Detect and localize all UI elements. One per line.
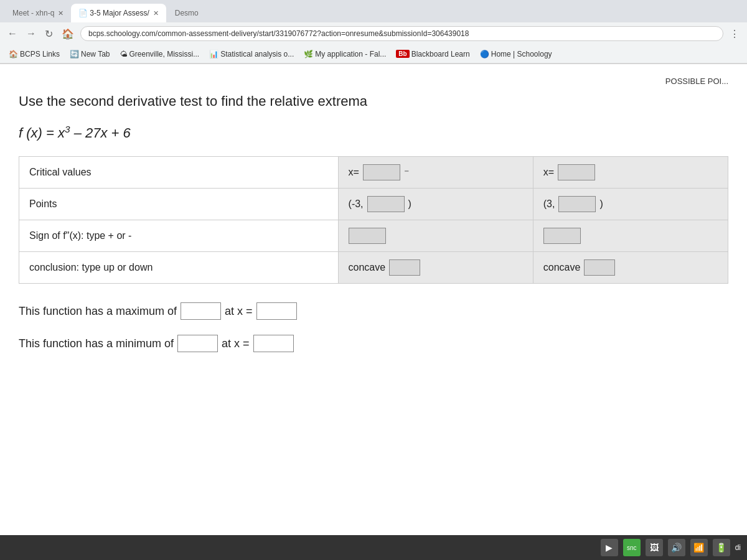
maximum-x-input[interactable] <box>256 302 297 320</box>
greenville-label: Greenville, Mississi... <box>129 50 200 58</box>
sign-label-cell: Sign of f"(x): type + or - <box>19 220 339 252</box>
schoology-icon: 🔵 <box>480 50 489 58</box>
analysis-table: Critical values x= ⁻ x= <box>19 156 728 284</box>
conclusion-label-cell: conclusion: type up or down <box>19 252 339 284</box>
taskbar-icon-3[interactable]: 🖼 <box>646 539 663 556</box>
myapp-icon: 🌿 <box>304 50 313 58</box>
critical-col1-suffix: ⁻ <box>404 167 409 179</box>
table-row-conclusion: conclusion: type up or down concave conc… <box>19 252 728 284</box>
statistical-label: Statistical analysis o... <box>220 50 294 58</box>
points-col1-prefix: (-3, <box>349 198 364 210</box>
critical-col1: x= ⁻ <box>338 157 533 189</box>
tab-meet[interactable]: Meet - xhn-q ✕ <box>5 4 71 22</box>
taskbar-icon-1[interactable]: ▶ <box>601 539 618 556</box>
taskbar: ▶ snc 🖼 🔊 📶 🔋 di <box>0 535 747 560</box>
minimum-x-input[interactable] <box>253 335 294 352</box>
points-col1-suffix: ) <box>408 198 411 210</box>
schoology-label: Home | Schoology <box>491 50 552 58</box>
conclusion-col1: concave <box>338 252 533 284</box>
taskbar-icon-5[interactable]: 📶 <box>690 539 708 556</box>
points-col1-input[interactable] <box>367 196 405 212</box>
bookmark-myapp[interactable]: 🌿 My application - Fal... <box>300 49 390 60</box>
points-col2: (3, ) <box>533 189 728 220</box>
maximum-label: This function has a maximum of <box>19 305 177 318</box>
conclusion-col2: concave <box>533 252 728 284</box>
table-row-critical: Critical values x= ⁻ x= <box>19 157 728 189</box>
critical-label-cell: Critical values <box>19 157 339 189</box>
tab-desmo[interactable]: Desmo <box>167 4 206 22</box>
browser-chrome: Meet - xhn-q ✕ 📄 3-5 Major Assess/ ✕ Des… <box>0 0 747 64</box>
sign-col2-input[interactable] <box>543 228 581 244</box>
critical-col1-prefix: x= <box>349 167 359 178</box>
minimum-row: This function has a minimum of at x = <box>19 335 728 352</box>
conclusion-col1-input[interactable] <box>389 259 420 276</box>
new-tab-icon: 🔄 <box>70 50 79 58</box>
back-button[interactable]: ← <box>5 27 20 40</box>
conclusion-col2-prefix: concave <box>543 262 581 273</box>
page-content: POSSIBLE POI... Use the second derivativ… <box>0 64 747 560</box>
tab-desmo-label: Desmo <box>175 9 199 17</box>
critical-col2-prefix: x= <box>543 167 554 178</box>
sign-col1-input[interactable] <box>349 228 386 244</box>
possible-points: POSSIBLE POI... <box>19 77 728 86</box>
table-row-points: Points (-3, ) (3, ) <box>19 189 728 220</box>
tab-bar: Meet - xhn-q ✕ 📄 3-5 Major Assess/ ✕ Des… <box>0 0 747 22</box>
conclusion-col1-prefix: concave <box>349 262 386 273</box>
sign-label: Sign of f"(x): type + or - <box>29 230 131 241</box>
function-text: f (x) = x3 – 27x + 6 <box>19 124 728 141</box>
reload-button[interactable]: ↻ <box>42 27 55 41</box>
tab-active-icon: 📄 <box>78 9 88 17</box>
tab-meet-close[interactable]: ✕ <box>58 9 63 17</box>
bcps-label: BCPS Links <box>20 50 60 58</box>
conclusion-col2-input[interactable] <box>584 259 615 276</box>
critical-col2-input[interactable] <box>558 164 595 180</box>
table-row-sign: Sign of f"(x): type + or - <box>19 220 728 252</box>
time-display: di <box>735 543 741 552</box>
bookmarks-bar: 🏠 BCPS Links 🔄 New Tab 🌤 Greenville, Mis… <box>0 45 747 63</box>
points-label-cell: Points <box>19 189 339 220</box>
bcps-icon: 🏠 <box>9 50 18 58</box>
tab-active-close[interactable]: ✕ <box>153 9 159 17</box>
bookmark-blackboard[interactable]: Bb Blackboard Learn <box>392 49 473 60</box>
critical-col2: x= <box>533 157 728 189</box>
bookmark-new-tab[interactable]: 🔄 New Tab <box>66 49 113 60</box>
url-input[interactable]: bcps.schoology.com/common-assessment-del… <box>80 26 723 41</box>
bookmark-schoology[interactable]: 🔵 Home | Schoology <box>476 49 556 60</box>
points-label: Points <box>29 198 57 209</box>
sign-col1 <box>338 220 533 252</box>
extensions-button[interactable]: ⋮ <box>727 27 742 41</box>
statistical-icon: 📊 <box>209 50 218 58</box>
tab-active[interactable]: 📄 3-5 Major Assess/ ✕ <box>71 4 166 22</box>
bookmark-statistical[interactable]: 📊 Statistical analysis o... <box>205 49 298 60</box>
points-col1: (-3, ) <box>338 189 533 220</box>
taskbar-icon-6[interactable]: 🔋 <box>713 539 730 556</box>
minimum-label: This function has a minimum of <box>19 337 174 350</box>
taskbar-icon-2[interactable]: snc <box>623 539 641 556</box>
critical-col1-input[interactable] <box>363 164 400 180</box>
forward-button[interactable]: → <box>24 27 39 40</box>
new-tab-label: New Tab <box>81 50 110 58</box>
conclusion-label: conclusion: type up or down <box>29 262 153 273</box>
maximum-at-label: at x = <box>225 305 253 318</box>
tab-active-label: 3-5 Major Assess/ <box>90 9 149 17</box>
blackboard-icon: Bb <box>396 50 409 58</box>
minimum-at-label: at x = <box>222 337 250 350</box>
sign-col2 <box>533 220 728 252</box>
tab-meet-label: Meet - xhn-q <box>12 9 54 17</box>
bookmark-greenville[interactable]: 🌤 Greenville, Mississi... <box>116 49 204 60</box>
minimum-value-input[interactable] <box>177 335 218 352</box>
taskbar-icon-4[interactable]: 🔊 <box>668 539 685 556</box>
question-text: Use the second derivative test to find t… <box>19 92 728 111</box>
home-button[interactable]: 🏠 <box>59 27 77 41</box>
points-col2-input[interactable] <box>558 196 596 212</box>
bottom-section: This function has a maximum of at x = Th… <box>19 302 728 352</box>
bookmark-bcps-links[interactable]: 🏠 BCPS Links <box>5 49 63 60</box>
points-col2-prefix: (3, <box>543 198 555 210</box>
address-bar: ← → ↻ 🏠 bcps.schoology.com/common-assess… <box>0 22 747 45</box>
greenville-icon: 🌤 <box>120 50 128 58</box>
critical-label: Critical values <box>29 167 92 177</box>
maximum-value-input[interactable] <box>181 302 221 320</box>
points-col2-suffix: ) <box>599 198 603 210</box>
maximum-row: This function has a maximum of at x = <box>19 302 728 320</box>
blackboard-label: Blackboard Learn <box>411 50 470 58</box>
